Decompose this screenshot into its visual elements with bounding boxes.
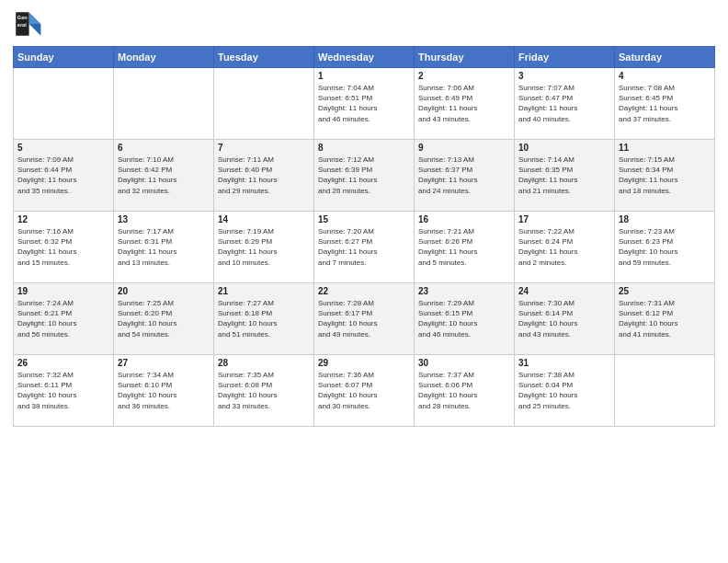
day-cell: 30Sunrise: 7:37 AM Sunset: 6:06 PM Dayli…: [415, 355, 515, 427]
day-number: 18: [619, 214, 711, 224]
day-number: 2: [418, 71, 510, 81]
day-number: 8: [318, 143, 410, 153]
day-number: 13: [118, 214, 210, 224]
day-cell: 2Sunrise: 7:06 AM Sunset: 6:49 PM Daylig…: [415, 68, 515, 140]
day-cell: 18Sunrise: 7:23 AM Sunset: 6:23 PM Dayli…: [615, 212, 715, 283]
header-cell-tuesday: Tuesday: [214, 47, 314, 68]
day-number: 6: [118, 143, 210, 153]
day-cell: [615, 355, 715, 427]
day-cell: 3Sunrise: 7:07 AM Sunset: 6:47 PM Daylig…: [515, 68, 615, 140]
day-info: Sunrise: 7:08 AM Sunset: 6:45 PM Dayligh…: [619, 83, 711, 124]
week-row-0: 1Sunrise: 7:04 AM Sunset: 6:51 PM Daylig…: [14, 68, 715, 140]
day-info: Sunrise: 7:37 AM Sunset: 6:06 PM Dayligh…: [418, 370, 510, 411]
day-info: Sunrise: 7:20 AM Sunset: 6:27 PM Dayligh…: [318, 226, 410, 268]
week-row-2: 12Sunrise: 7:16 AM Sunset: 6:32 PM Dayli…: [14, 212, 715, 283]
day-number: 31: [518, 358, 610, 368]
day-number: 29: [318, 358, 410, 368]
day-cell: 25Sunrise: 7:31 AM Sunset: 6:12 PM Dayli…: [615, 283, 715, 355]
svg-marker-1: [29, 24, 41, 36]
day-info: Sunrise: 7:12 AM Sunset: 6:39 PM Dayligh…: [318, 155, 410, 196]
day-info: Sunrise: 7:34 AM Sunset: 6:10 PM Dayligh…: [118, 370, 210, 411]
day-number: 1: [318, 71, 410, 81]
page: Gen eral SundayMondayTuesdayWednesdayThu…: [0, 0, 728, 563]
day-number: 21: [218, 286, 310, 296]
day-cell: 24Sunrise: 7:30 AM Sunset: 6:14 PM Dayli…: [515, 283, 615, 355]
day-info: Sunrise: 7:31 AM Sunset: 6:12 PM Dayligh…: [619, 298, 711, 339]
day-cell: [114, 68, 214, 140]
day-cell: 9Sunrise: 7:13 AM Sunset: 6:37 PM Daylig…: [415, 140, 515, 212]
day-cell: 20Sunrise: 7:25 AM Sunset: 6:20 PM Dayli…: [114, 283, 214, 355]
day-info: Sunrise: 7:10 AM Sunset: 6:42 PM Dayligh…: [118, 155, 210, 196]
day-cell: 22Sunrise: 7:28 AM Sunset: 6:17 PM Dayli…: [314, 283, 415, 355]
day-number: 28: [218, 358, 310, 368]
day-info: Sunrise: 7:25 AM Sunset: 6:20 PM Dayligh…: [118, 298, 210, 339]
day-info: Sunrise: 7:14 AM Sunset: 6:35 PM Dayligh…: [518, 155, 610, 196]
day-cell: 13Sunrise: 7:17 AM Sunset: 6:31 PM Dayli…: [114, 212, 214, 283]
day-number: 17: [518, 214, 610, 224]
day-info: Sunrise: 7:07 AM Sunset: 6:47 PM Dayligh…: [518, 83, 610, 124]
day-cell: 6Sunrise: 7:10 AM Sunset: 6:42 PM Daylig…: [114, 140, 214, 212]
day-info: Sunrise: 7:04 AM Sunset: 6:51 PM Dayligh…: [318, 83, 410, 124]
day-number: 15: [318, 214, 410, 224]
day-info: Sunrise: 7:15 AM Sunset: 6:34 PM Dayligh…: [619, 155, 711, 196]
day-cell: 15Sunrise: 7:20 AM Sunset: 6:27 PM Dayli…: [314, 212, 415, 283]
day-cell: [214, 68, 314, 140]
day-number: 22: [318, 286, 410, 296]
day-cell: 12Sunrise: 7:16 AM Sunset: 6:32 PM Dayli…: [14, 212, 114, 283]
day-cell: 29Sunrise: 7:36 AM Sunset: 6:07 PM Dayli…: [314, 355, 415, 427]
day-number: 19: [17, 286, 109, 296]
day-cell: 28Sunrise: 7:35 AM Sunset: 6:08 PM Dayli…: [214, 355, 314, 427]
calendar-header: SundayMondayTuesdayWednesdayThursdayFrid…: [14, 47, 715, 68]
day-cell: 4Sunrise: 7:08 AM Sunset: 6:45 PM Daylig…: [615, 68, 715, 140]
day-cell: 11Sunrise: 7:15 AM Sunset: 6:34 PM Dayli…: [615, 140, 715, 212]
day-info: Sunrise: 7:27 AM Sunset: 6:18 PM Dayligh…: [218, 298, 310, 339]
day-cell: 27Sunrise: 7:34 AM Sunset: 6:10 PM Dayli…: [114, 355, 214, 427]
day-info: Sunrise: 7:22 AM Sunset: 6:24 PM Dayligh…: [518, 226, 610, 268]
logo: Gen eral: [13, 9, 46, 39]
svg-text:Gen: Gen: [17, 15, 28, 20]
day-info: Sunrise: 7:38 AM Sunset: 6:04 PM Dayligh…: [518, 370, 610, 411]
svg-text:eral: eral: [17, 22, 27, 28]
header-cell-sunday: Sunday: [14, 47, 114, 68]
day-number: 4: [619, 71, 711, 81]
day-cell: 10Sunrise: 7:14 AM Sunset: 6:35 PM Dayli…: [515, 140, 615, 212]
day-number: 11: [619, 143, 711, 153]
header-cell-thursday: Thursday: [415, 47, 515, 68]
day-cell: 8Sunrise: 7:12 AM Sunset: 6:39 PM Daylig…: [314, 140, 415, 212]
day-number: 12: [17, 214, 109, 224]
day-info: Sunrise: 7:35 AM Sunset: 6:08 PM Dayligh…: [218, 370, 310, 411]
header-cell-saturday: Saturday: [615, 47, 715, 68]
day-cell: 31Sunrise: 7:38 AM Sunset: 6:04 PM Dayli…: [515, 355, 615, 427]
day-number: 30: [418, 358, 510, 368]
day-info: Sunrise: 7:24 AM Sunset: 6:21 PM Dayligh…: [17, 298, 109, 339]
day-cell: 26Sunrise: 7:32 AM Sunset: 6:11 PM Dayli…: [14, 355, 114, 427]
day-info: Sunrise: 7:36 AM Sunset: 6:07 PM Dayligh…: [318, 370, 410, 411]
header-row: SundayMondayTuesdayWednesdayThursdayFrid…: [14, 47, 715, 68]
calendar-body: 1Sunrise: 7:04 AM Sunset: 6:51 PM Daylig…: [14, 68, 715, 427]
day-info: Sunrise: 7:32 AM Sunset: 6:11 PM Dayligh…: [17, 370, 109, 411]
day-cell: 21Sunrise: 7:27 AM Sunset: 6:18 PM Dayli…: [214, 283, 314, 355]
day-cell: 1Sunrise: 7:04 AM Sunset: 6:51 PM Daylig…: [314, 68, 415, 140]
header-cell-friday: Friday: [515, 47, 615, 68]
day-cell: [14, 68, 114, 140]
day-number: 3: [518, 71, 610, 81]
header-cell-monday: Monday: [114, 47, 214, 68]
day-number: 24: [518, 286, 610, 296]
svg-marker-0: [29, 12, 41, 24]
day-number: 7: [218, 143, 310, 153]
day-number: 27: [118, 358, 210, 368]
week-row-4: 26Sunrise: 7:32 AM Sunset: 6:11 PM Dayli…: [14, 355, 715, 427]
day-info: Sunrise: 7:28 AM Sunset: 6:17 PM Dayligh…: [318, 298, 410, 339]
day-info: Sunrise: 7:13 AM Sunset: 6:37 PM Dayligh…: [418, 155, 510, 196]
day-info: Sunrise: 7:19 AM Sunset: 6:29 PM Dayligh…: [218, 226, 310, 268]
day-number: 20: [118, 286, 210, 296]
day-cell: 5Sunrise: 7:09 AM Sunset: 6:44 PM Daylig…: [14, 140, 114, 212]
day-info: Sunrise: 7:17 AM Sunset: 6:31 PM Dayligh…: [118, 226, 210, 268]
day-number: 16: [418, 214, 510, 224]
day-info: Sunrise: 7:09 AM Sunset: 6:44 PM Dayligh…: [17, 155, 109, 196]
header: Gen eral: [13, 9, 715, 39]
day-number: 5: [17, 143, 109, 153]
week-row-3: 19Sunrise: 7:24 AM Sunset: 6:21 PM Dayli…: [14, 283, 715, 355]
day-number: 14: [218, 214, 310, 224]
day-info: Sunrise: 7:21 AM Sunset: 6:26 PM Dayligh…: [418, 226, 510, 268]
